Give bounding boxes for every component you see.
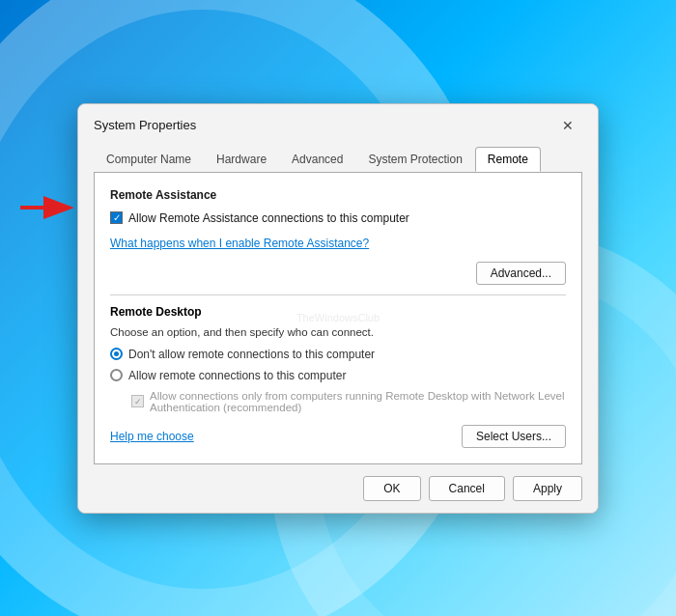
remote-desktop-section: Remote Desktop Choose an option, and the… bbox=[110, 305, 566, 448]
checkbox-check-icon: ✓ bbox=[113, 213, 121, 223]
tab-content: TheWindowsClub Remote Assistance ✓ Allow… bbox=[94, 172, 582, 464]
tab-computer-name[interactable]: Computer Name bbox=[94, 147, 204, 172]
radio-row-dont-allow: Don't allow remote connections to this c… bbox=[110, 348, 566, 361]
remote-assistance-checkbox[interactable]: ✓ bbox=[110, 211, 123, 224]
sub-checkbox-label: Allow connections only from computers ru… bbox=[150, 390, 566, 413]
section-divider bbox=[110, 294, 566, 295]
sub-checkbox-row: ✓ Allow connections only from computers … bbox=[131, 390, 566, 413]
bottom-section: Help me choose Select Users... bbox=[110, 425, 566, 448]
tab-advanced[interactable]: Advanced bbox=[279, 147, 355, 172]
advanced-btn-container: Advanced... bbox=[110, 262, 566, 285]
remote-desktop-description: Choose an option, and then specify who c… bbox=[110, 326, 566, 338]
remote-assistance-checkbox-label: Allow Remote Assistance connections to t… bbox=[128, 211, 409, 225]
select-users-button[interactable]: Select Users... bbox=[462, 425, 566, 448]
radio-allow-label: Allow remote connections to this compute… bbox=[128, 369, 346, 382]
remote-assistance-link[interactable]: What happens when I enable Remote Assist… bbox=[110, 237, 369, 250]
tab-hardware[interactable]: Hardware bbox=[204, 147, 279, 172]
cancel-button[interactable]: Cancel bbox=[429, 476, 505, 501]
apply-button[interactable]: Apply bbox=[513, 476, 582, 501]
system-properties-dialog: System Properties ✕ Computer Name Hardwa… bbox=[77, 103, 599, 514]
help-me-choose-link[interactable]: Help me choose bbox=[110, 430, 194, 443]
ok-button[interactable]: OK bbox=[363, 476, 420, 501]
remote-assistance-checkbox-row: ✓ Allow Remote Assistance connections to… bbox=[110, 211, 566, 225]
radio-allow[interactable] bbox=[110, 369, 123, 381]
radio-dont-allow-label: Don't allow remote connections to this c… bbox=[128, 348, 375, 361]
tab-bar: Computer Name Hardware Advanced System P… bbox=[78, 139, 598, 172]
sub-checkbox-icon: ✓ bbox=[134, 397, 142, 406]
dialog-footer: OK Cancel Apply bbox=[78, 464, 598, 513]
remote-assistance-section: Remote Assistance ✓ Allow Remote Assista… bbox=[110, 188, 566, 285]
radio-dont-allow[interactable] bbox=[110, 348, 123, 360]
tab-system-protection[interactable]: System Protection bbox=[355, 147, 474, 172]
red-arrow bbox=[20, 193, 73, 225]
radio-row-allow: Allow remote connections to this compute… bbox=[110, 369, 566, 382]
advanced-button[interactable]: Advanced... bbox=[476, 262, 566, 285]
dialog-title: System Properties bbox=[94, 118, 196, 132]
close-button[interactable]: ✕ bbox=[553, 116, 582, 135]
remote-assistance-label: Remote Assistance bbox=[110, 188, 566, 202]
title-bar: System Properties ✕ bbox=[78, 104, 598, 135]
sub-checkbox: ✓ bbox=[131, 395, 144, 407]
tab-remote[interactable]: Remote bbox=[475, 147, 541, 172]
remote-desktop-label: Remote Desktop bbox=[110, 305, 566, 319]
